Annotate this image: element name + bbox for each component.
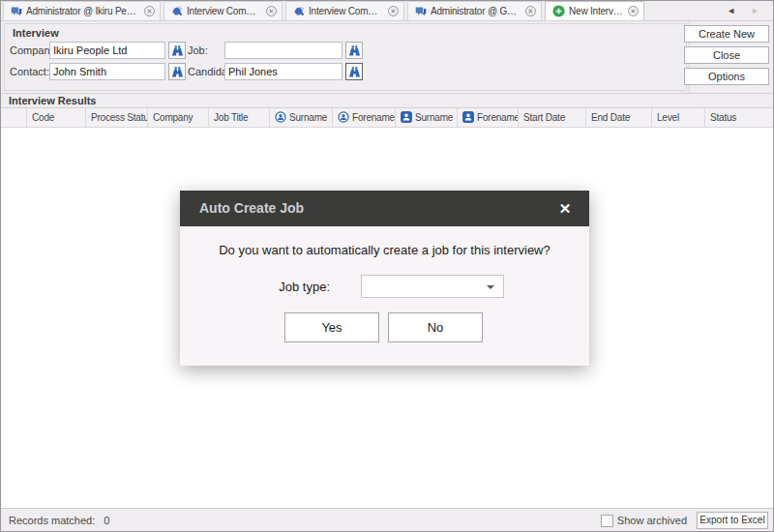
close-tab-icon[interactable]: ✕ bbox=[628, 6, 639, 16]
job-type-label: Job type: bbox=[238, 280, 330, 294]
contact-icon bbox=[338, 111, 349, 125]
results-panel-title: Interview Results bbox=[9, 95, 96, 106]
company-lookup-button[interactable] bbox=[168, 42, 186, 59]
tab-label: Interview Comms Centre bbox=[309, 6, 384, 16]
show-archived-checkbox[interactable] bbox=[601, 515, 613, 527]
row-indicator-column-header bbox=[1, 108, 27, 127]
tab-bar: Administrator @ Ikiru People Lt... ✕ Int… bbox=[1, 1, 773, 21]
tab-label: New Interview bbox=[569, 6, 624, 16]
scroll-tabs-left-icon[interactable]: ◄ bbox=[727, 6, 735, 15]
dialog-titlebar: Auto Create Job ✕ bbox=[180, 191, 589, 226]
no-button[interactable]: No bbox=[388, 312, 483, 342]
auto-create-job-dialog: Auto Create Job ✕ Do you want to automat… bbox=[180, 191, 589, 366]
candidate-field[interactable] bbox=[224, 63, 342, 80]
show-archived-label: Show archived bbox=[617, 515, 687, 526]
chat-icon bbox=[11, 6, 22, 17]
column-header-start-date[interactable]: Start Date bbox=[519, 108, 586, 127]
tab-label: Administrator @ GAP UK (Didie... bbox=[431, 6, 521, 16]
column-header-status[interactable]: Status bbox=[705, 108, 773, 127]
tab-scroll-controls: ◄ ► bbox=[727, 1, 773, 20]
scroll-tabs-right-icon[interactable]: ► bbox=[751, 6, 759, 15]
status-bar: Records matched: 0 Show archived Export … bbox=[1, 508, 773, 532]
close-button[interactable]: Close bbox=[684, 46, 769, 64]
close-tab-icon[interactable]: ✕ bbox=[144, 6, 155, 16]
job-label: Job: bbox=[188, 42, 208, 59]
side-button-column: Create New Close Options bbox=[684, 25, 769, 89]
column-header-level[interactable]: Level bbox=[652, 108, 705, 127]
tab-label: Administrator @ Ikiru People Lt... bbox=[26, 6, 140, 16]
interview-groupbox: Interview Company: Job: Contact: Candida… bbox=[4, 23, 687, 91]
comms-icon bbox=[171, 6, 183, 17]
close-tab-icon[interactable]: ✕ bbox=[388, 6, 399, 16]
dialog-close-icon[interactable]: ✕ bbox=[552, 191, 578, 226]
contact-label: Contact: bbox=[10, 63, 49, 80]
contact-field[interactable] bbox=[49, 63, 165, 80]
export-to-excel-button[interactable]: Export to Excel bbox=[697, 512, 768, 529]
tab-interview-comms-2[interactable]: Interview Comms Centre ✕ bbox=[285, 1, 404, 20]
dialog-title: Auto Create Job bbox=[199, 200, 304, 216]
records-matched-label: Records matched: bbox=[9, 515, 95, 526]
close-tab-icon[interactable]: ✕ bbox=[525, 6, 536, 16]
top-area: Interview Company: Job: Contact: Candida… bbox=[1, 21, 773, 93]
column-header-code[interactable]: Code bbox=[27, 108, 86, 127]
candidate-icon bbox=[401, 111, 412, 125]
job-field[interactable] bbox=[224, 42, 342, 59]
tab-administrator-gap-uk[interactable]: Administrator @ GAP UK (Didie... ✕ bbox=[407, 1, 542, 20]
column-header-candidate-surname[interactable]: Surname bbox=[396, 108, 458, 127]
candidate-lookup-button[interactable] bbox=[345, 63, 363, 80]
grid-header-row: Code Process Status Company Job Title Su… bbox=[1, 108, 773, 128]
job-lookup-button[interactable] bbox=[345, 42, 363, 59]
dialog-message: Do you want to automatically create a jo… bbox=[180, 243, 589, 257]
column-header-end-date[interactable]: End Date bbox=[586, 108, 652, 127]
tab-new-interview[interactable]: New Interview ✕ bbox=[545, 1, 644, 20]
options-button[interactable]: Options bbox=[684, 68, 769, 85]
dialog-body: Do you want to automatically create a jo… bbox=[180, 226, 589, 366]
chevron-down-icon bbox=[487, 285, 494, 289]
new-plus-icon bbox=[552, 5, 565, 17]
interview-panel-title: Interview bbox=[13, 27, 59, 39]
column-header-company[interactable]: Company bbox=[148, 108, 209, 127]
company-field[interactable] bbox=[49, 42, 165, 59]
candidate-icon bbox=[462, 111, 474, 125]
column-header-contact-forename[interactable]: Forename bbox=[333, 108, 396, 127]
job-type-dropdown[interactable] bbox=[361, 275, 504, 298]
column-header-job-title[interactable]: Job Title bbox=[209, 108, 270, 127]
results-titlebar: Interview Results bbox=[1, 93, 773, 107]
close-tab-icon[interactable]: ✕ bbox=[266, 6, 277, 16]
application-window: Administrator @ Ikiru People Lt... ✕ Int… bbox=[0, 0, 774, 532]
tab-interview-comms-1[interactable]: Interview Comms Centre ✕ bbox=[164, 1, 283, 20]
column-header-candidate-forename[interactable]: Forename bbox=[458, 108, 519, 127]
contact-icon bbox=[275, 111, 286, 125]
chat-icon bbox=[415, 6, 427, 17]
comms-icon bbox=[293, 6, 305, 17]
tab-label: Interview Comms Centre bbox=[187, 6, 262, 16]
yes-button[interactable]: Yes bbox=[284, 312, 379, 342]
tab-administrator-ikiru[interactable]: Administrator @ Ikiru People Lt... ✕ bbox=[3, 1, 161, 20]
column-header-process-status[interactable]: Process Status bbox=[86, 108, 148, 127]
column-header-contact-surname[interactable]: Surname bbox=[270, 108, 333, 127]
records-matched: Records matched: 0 bbox=[9, 515, 109, 526]
contact-lookup-button[interactable] bbox=[168, 63, 186, 80]
records-matched-value: 0 bbox=[104, 515, 109, 526]
create-new-button[interactable]: Create New bbox=[684, 25, 769, 43]
